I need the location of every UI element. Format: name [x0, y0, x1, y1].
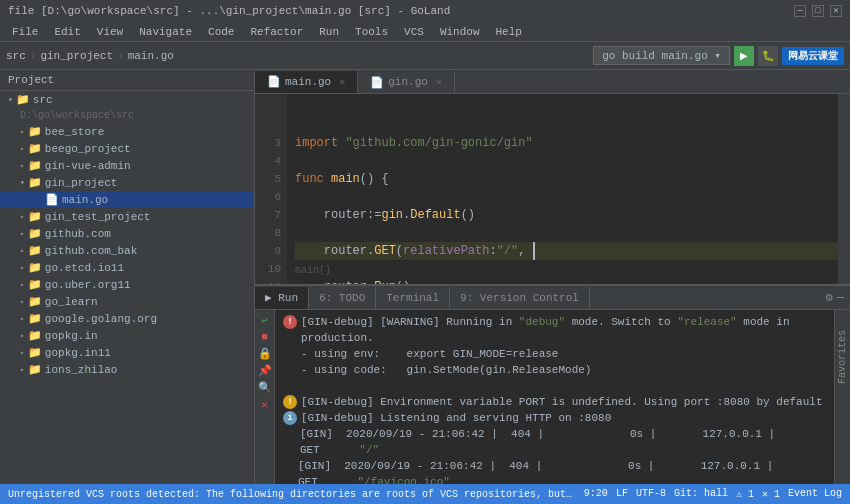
scroll-lock-icon[interactable]: 🔒 [258, 347, 272, 360]
code-editor[interactable]: 3 4 5 6 7 8 9 10 11 12 [255, 94, 850, 284]
status-text[interactable]: Unregistered VCS roots detected: The fol… [8, 489, 576, 500]
favorites-label: Favorites [837, 330, 848, 384]
console-line-1: ! [GIN-debug] [WARNING] Running in "debu… [283, 314, 826, 346]
console-text-6: [GIN] 2020/09/19 - 21:06:42 | 404 | 0s |… [300, 426, 826, 458]
dot: . [367, 242, 374, 260]
tab-close-main[interactable]: ✕ [339, 76, 345, 88]
code-line-9: router . GET ( relativePath : "/" , [295, 242, 838, 260]
code-line-3: import "github.com/gin-gonic/gin" [295, 134, 838, 152]
breadcrumb-main-go[interactable]: main.go [128, 50, 174, 62]
tree-item-github-bak[interactable]: ▸ 📁 github.com_bak [0, 242, 254, 259]
tab-vcs[interactable]: 9: Version Control [450, 287, 590, 309]
tab-run[interactable]: ▶ Run [255, 287, 309, 309]
sidebar-tree: ▾ 📁 src D:\go\workspace\src ▸ 📁 bee_stor… [0, 91, 254, 484]
tab-todo[interactable]: 6: TODO [309, 287, 376, 309]
tree-item-go-learn[interactable]: ▸ 📁 go_learn [0, 293, 254, 310]
bottom-left-toolbar: ↩ ■ 🔒 📌 🔍 ✕ [255, 310, 275, 484]
tree-label: github.com_bak [45, 245, 137, 257]
title-bar: file [D:\go\workspace\src] - ...\gin_pro… [0, 0, 850, 22]
right-gutter[interactable] [838, 94, 850, 284]
menu-refactor[interactable]: Refactor [242, 22, 311, 41]
tree-label: bee_store [45, 126, 104, 138]
tree-item-etcd[interactable]: ▸ 📁 go.etcd.io11 [0, 259, 254, 276]
build-button[interactable]: go build main.go ▾ [593, 46, 730, 65]
tab-main-go[interactable]: 📄 main.go ✕ [255, 71, 358, 93]
parens: () [461, 206, 475, 224]
tree-label: gin-vue-admin [45, 160, 131, 172]
debug-button[interactable]: 🐛 [758, 46, 778, 66]
menu-navigate[interactable]: Navigate [131, 22, 200, 41]
string-github: "github.com/gin-gonic/gin" [345, 134, 532, 152]
folder-icon: 📁 [28, 312, 42, 325]
triangle-icon: ▸ [20, 229, 25, 238]
maximize-button[interactable]: □ [812, 5, 824, 17]
menu-view[interactable]: View [89, 22, 131, 41]
tab-gin-go[interactable]: 📄 gin.go ✕ [358, 71, 455, 93]
tree-item-main-go[interactable]: 📄 main.go [0, 191, 254, 208]
tree-label: gopkg.in11 [45, 347, 111, 359]
tab-main-go-icon: 📄 [267, 75, 281, 88]
tree-label: go.uber.org11 [45, 279, 131, 291]
code-line-6 [295, 188, 838, 206]
settings-icon[interactable]: ⚙ [826, 290, 833, 305]
minimize-button[interactable]: — [794, 5, 806, 17]
tree-item-path: D:\go\workspace\src [0, 108, 254, 123]
event-log-button[interactable]: Event Log [788, 488, 842, 500]
breadcrumb-gin-project[interactable]: gin_project [40, 50, 113, 62]
clear-icon[interactable]: ✕ [261, 398, 268, 411]
breadcrumb-src[interactable]: src [6, 50, 26, 62]
space [338, 134, 345, 152]
stop-icon[interactable]: ■ [261, 331, 268, 343]
tree-item-beego-project[interactable]: ▸ 📁 beego_project [0, 140, 254, 157]
tree-item-ions[interactable]: ▸ 📁 ions_zhilao [0, 361, 254, 378]
window-controls[interactable]: — □ ✕ [794, 5, 842, 17]
breadcrumb-sep2: › [117, 50, 124, 62]
tree-item-gopkg11[interactable]: ▸ 📁 gopkg.in11 [0, 344, 254, 361]
close-panel-icon[interactable]: — [837, 291, 844, 305]
close-button[interactable]: ✕ [830, 5, 842, 17]
status-position: 9:20 [584, 488, 608, 500]
menu-vcs[interactable]: VCS [396, 22, 432, 41]
tree-item-gin-project[interactable]: ▾ 📁 gin_project [0, 174, 254, 191]
tree-item-google[interactable]: ▸ 📁 google.golang.org [0, 310, 254, 327]
tree-item-gopkg[interactable]: ▸ 📁 gopkg.in [0, 327, 254, 344]
colon: : [489, 242, 496, 260]
tab-bar: 📄 main.go ✕ 📄 gin.go ✕ [255, 70, 850, 94]
console-text-1: [GIN-debug] [WARNING] Running in "debug"… [301, 314, 826, 346]
tree-item-bee-store[interactable]: ▸ 📁 bee_store [0, 123, 254, 140]
folder-icon: 📁 [28, 142, 42, 155]
tab-gin-go-label: gin.go [388, 76, 428, 88]
sidebar-header: Project [0, 70, 254, 91]
error-icon: ! [283, 315, 297, 329]
folder-icon: 📁 [16, 93, 30, 106]
menu-help[interactable]: Help [488, 22, 530, 41]
menu-window[interactable]: Window [432, 22, 488, 41]
menu-run[interactable]: Run [311, 22, 347, 41]
menu-code[interactable]: Code [200, 22, 242, 41]
status-bar: Unregistered VCS roots detected: The fol… [0, 484, 850, 504]
tab-terminal[interactable]: Terminal [376, 287, 450, 309]
menu-file[interactable]: File [4, 22, 46, 41]
restart-icon[interactable]: ↩ [261, 314, 268, 327]
tree-item-github[interactable]: ▸ 📁 github.com [0, 225, 254, 242]
code-content[interactable]: import "github.com/gin-gonic/gin" ▶ func… [287, 94, 838, 284]
menu-edit[interactable]: Edit [46, 22, 88, 41]
bottom-main: ↩ ■ 🔒 📌 🔍 ✕ ! [GIN-debug] [WARNING] Runn… [255, 310, 850, 484]
tree-item-gin-test[interactable]: ▸ 📁 gin_test_project [0, 208, 254, 225]
run-button[interactable]: ▶ [734, 46, 754, 66]
code-line [295, 116, 838, 134]
tab-main-go-label: main.go [285, 76, 331, 88]
code-line-7: router := gin . Default () [295, 206, 838, 224]
tree-item-uber[interactable]: ▸ 📁 go.uber.org11 [0, 276, 254, 293]
folder-icon: 📁 [28, 227, 42, 240]
tree-item-gin-vue-admin[interactable]: ▸ 📁 gin-vue-admin [0, 157, 254, 174]
pin-icon[interactable]: 📌 [258, 364, 272, 377]
console-text-7: [GIN] 2020/09/19 - 21:06:42 | 404 | 0s |… [298, 458, 826, 484]
menu-tools[interactable]: Tools [347, 22, 396, 41]
tab-close-gin[interactable]: ✕ [436, 76, 442, 88]
filter-icon[interactable]: 🔍 [258, 381, 272, 394]
func-label: main() [295, 262, 331, 280]
tree-label: github.com [45, 228, 111, 240]
code-line-11: router . Run () [295, 278, 838, 284]
tree-item-src[interactable]: ▾ 📁 src [0, 91, 254, 108]
